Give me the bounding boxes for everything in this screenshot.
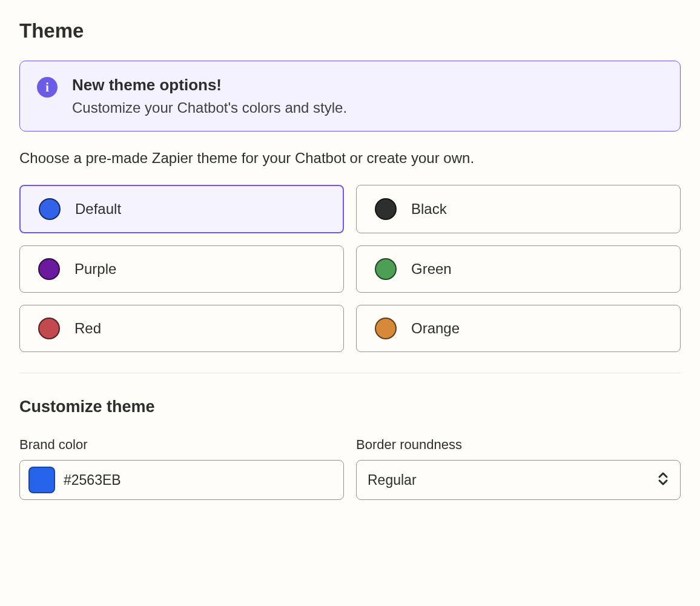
info-icon: i — [37, 77, 58, 98]
customize-heading: Customize theme — [19, 398, 681, 416]
theme-option-label: Green — [411, 261, 452, 278]
brand-color-value: #2563EB — [64, 472, 121, 488]
brand-color-label: Brand color — [19, 437, 344, 453]
border-roundness-field: Border roundness Regular — [356, 437, 681, 500]
swatch-icon — [375, 258, 397, 280]
theme-option-orange[interactable]: Orange — [356, 305, 681, 352]
theme-option-label: Red — [74, 320, 101, 337]
swatch-icon — [375, 198, 397, 220]
theme-option-label: Orange — [411, 320, 460, 337]
page-description: Choose a pre-made Zapier theme for your … — [19, 150, 681, 167]
swatch-icon — [39, 198, 61, 220]
info-banner-text: New theme options! Customize your Chatbo… — [72, 76, 347, 116]
color-chip-icon — [28, 467, 55, 493]
theme-option-green[interactable]: Green — [356, 245, 681, 293]
customize-row: Brand color #2563EB Border roundness Reg… — [19, 437, 681, 500]
chevron-up-down-icon — [657, 470, 669, 490]
border-roundness-select[interactable]: Regular — [356, 460, 681, 500]
info-banner-title: New theme options! — [72, 76, 347, 95]
theme-option-red[interactable]: Red — [19, 305, 344, 352]
theme-option-label: Black — [411, 201, 447, 218]
divider — [19, 373, 681, 373]
swatch-icon — [38, 318, 60, 339]
theme-option-default[interactable]: Default — [19, 185, 344, 233]
brand-color-field: Brand color #2563EB — [19, 437, 344, 500]
brand-color-input[interactable]: #2563EB — [19, 460, 344, 500]
theme-options-grid: Default Black Purple Green Red Orange — [19, 185, 681, 352]
theme-option-label: Default — [75, 201, 121, 218]
border-roundness-label: Border roundness — [356, 437, 681, 453]
info-banner: i New theme options! Customize your Chat… — [19, 61, 681, 132]
swatch-icon — [38, 258, 60, 280]
theme-option-black[interactable]: Black — [356, 185, 681, 233]
theme-option-label: Purple — [74, 261, 116, 278]
theme-option-purple[interactable]: Purple — [19, 245, 344, 293]
border-roundness-value: Regular — [368, 472, 417, 488]
swatch-icon — [375, 318, 397, 339]
page-title: Theme — [19, 19, 681, 42]
info-banner-description: Customize your Chatbot's colors and styl… — [72, 99, 347, 116]
